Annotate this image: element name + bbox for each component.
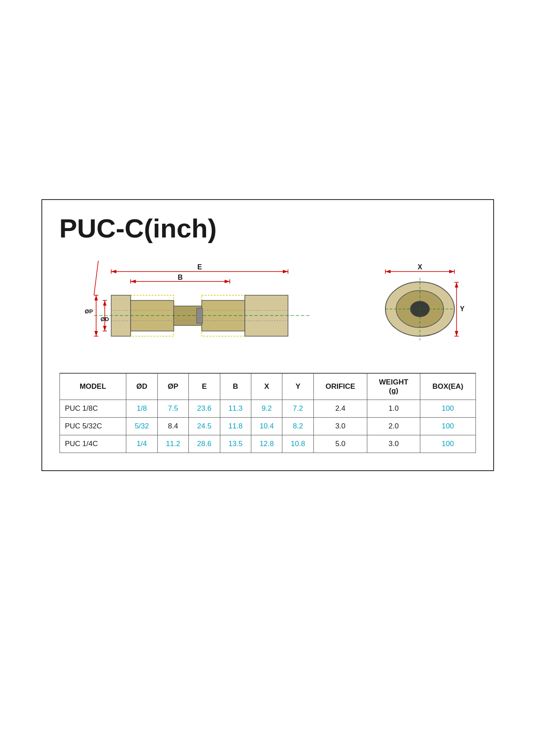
cell-e-3: 28.6 bbox=[189, 435, 220, 453]
cell-orifice-1: 2.4 bbox=[313, 400, 367, 417]
svg-marker-40 bbox=[449, 270, 454, 273]
svg-marker-3 bbox=[111, 270, 116, 273]
technical-diagram-side: E B ØP bbox=[68, 261, 344, 356]
cell-orifice-2: 3.0 bbox=[313, 417, 367, 435]
svg-text:ØP: ØP bbox=[84, 308, 93, 315]
cell-weight-1: 1.0 bbox=[367, 400, 420, 417]
svg-marker-23 bbox=[103, 326, 106, 331]
cell-op-2: 8.4 bbox=[157, 417, 188, 435]
cell-box-2: 100 bbox=[420, 417, 476, 435]
cell-od-1: 1/8 bbox=[126, 400, 157, 417]
cell-b-2: 11.8 bbox=[220, 417, 251, 435]
svg-rect-35 bbox=[197, 308, 203, 323]
col-header-od: ØD bbox=[126, 373, 157, 400]
cell-b-3: 13.5 bbox=[220, 435, 251, 453]
svg-text:E: E bbox=[197, 263, 202, 271]
col-header-y: Y bbox=[282, 373, 313, 400]
col-header-b: B bbox=[220, 373, 251, 400]
cell-op-3: 11.2 bbox=[157, 435, 188, 453]
cell-model-1: PUC 1/8C bbox=[59, 400, 126, 417]
cell-op-1: 7.5 bbox=[157, 400, 188, 417]
svg-marker-39 bbox=[385, 270, 391, 273]
svg-text:B: B bbox=[178, 274, 183, 281]
cell-e-1: 23.6 bbox=[189, 400, 220, 417]
cell-od-3: 1/4 bbox=[126, 435, 157, 453]
svg-marker-45 bbox=[455, 282, 458, 287]
svg-marker-16 bbox=[94, 295, 98, 300]
table-row: PUC 1/8C 1/8 7.5 23.6 11.3 9.2 7.2 2.4 1… bbox=[59, 400, 476, 417]
page-container: PUC-C(inch) E B bbox=[0, 0, 535, 756]
cell-e-2: 24.5 bbox=[189, 417, 220, 435]
cell-y-2: 8.2 bbox=[282, 417, 313, 435]
cell-orifice-3: 5.0 bbox=[313, 435, 367, 453]
col-header-orifice: ORIFICE bbox=[313, 373, 367, 400]
cell-weight-2: 2.0 bbox=[367, 417, 420, 435]
cell-y-1: 7.2 bbox=[282, 400, 313, 417]
cell-weight-3: 3.0 bbox=[367, 435, 420, 453]
spec-table: MODEL ØD ØP E B X Y ORIFICE WEIGHT(g) BO… bbox=[59, 373, 476, 453]
svg-text:X: X bbox=[417, 263, 422, 271]
svg-marker-10 bbox=[225, 280, 230, 283]
page-title: PUC-C(inch) bbox=[59, 213, 476, 244]
cell-b-1: 11.3 bbox=[220, 400, 251, 417]
content-box: PUC-C(inch) E B bbox=[41, 199, 494, 471]
cell-box-3: 100 bbox=[420, 435, 476, 453]
col-header-op: ØP bbox=[157, 373, 188, 400]
col-header-model: MODEL bbox=[59, 373, 126, 400]
svg-marker-22 bbox=[103, 300, 106, 306]
svg-text:ØD: ØD bbox=[100, 316, 109, 322]
diagram-area: E B ØP bbox=[59, 256, 476, 360]
cell-model-3: PUC 1/4C bbox=[59, 435, 126, 453]
cell-x-1: 9.2 bbox=[251, 400, 282, 417]
col-header-box: BOX(EA) bbox=[420, 373, 476, 400]
cell-model-2: PUC 5/32C bbox=[59, 417, 126, 435]
technical-diagram-end: X Y bbox=[372, 261, 467, 356]
cell-x-2: 10.4 bbox=[251, 417, 282, 435]
cell-box-1: 100 bbox=[420, 400, 476, 417]
svg-text:Y: Y bbox=[460, 305, 464, 312]
cell-x-3: 12.8 bbox=[251, 435, 282, 453]
svg-marker-46 bbox=[455, 331, 458, 336]
svg-marker-9 bbox=[131, 280, 136, 283]
svg-marker-4 bbox=[283, 270, 288, 273]
svg-line-14 bbox=[94, 261, 98, 295]
cell-od-2: 5/32 bbox=[126, 417, 157, 435]
col-header-x: X bbox=[251, 373, 282, 400]
table-row: PUC 5/32C 5/32 8.4 24.5 11.8 10.4 8.2 3.… bbox=[59, 417, 476, 435]
svg-marker-17 bbox=[94, 331, 98, 336]
cell-y-3: 10.8 bbox=[282, 435, 313, 453]
col-header-e: E bbox=[189, 373, 220, 400]
col-header-weight: WEIGHT(g) bbox=[367, 373, 420, 400]
table-row: PUC 1/4C 1/4 11.2 28.6 13.5 12.8 10.8 5.… bbox=[59, 435, 476, 453]
